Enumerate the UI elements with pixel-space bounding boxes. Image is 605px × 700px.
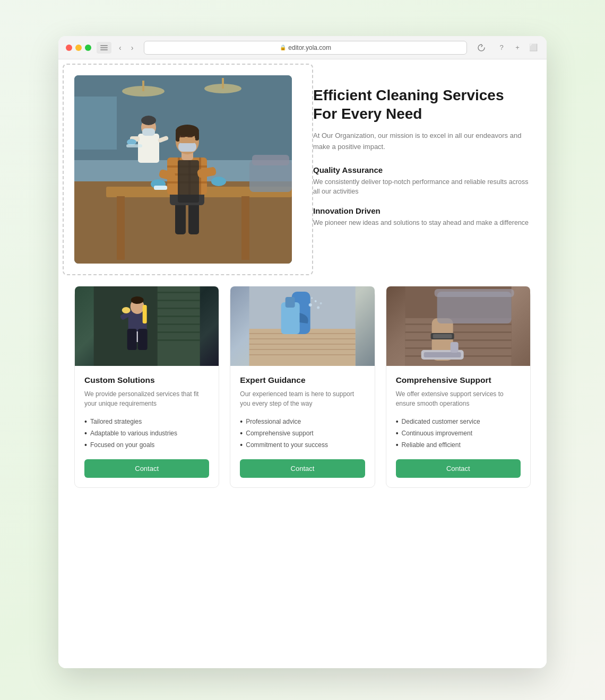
svg-point-78 [315, 300, 317, 302]
traffic-lights [66, 45, 91, 51]
card-title-3: Comprehensive Support [396, 375, 521, 385]
svg-rect-8 [241, 196, 249, 260]
card-list-3: Dedicated customer service Continuous im… [396, 416, 521, 451]
svg-rect-70 [249, 338, 356, 339]
back-button[interactable]: ‹ [117, 42, 124, 53]
svg-rect-37 [154, 186, 167, 190]
close-button[interactable] [66, 45, 72, 51]
svg-rect-46 [187, 136, 193, 137]
card-desc-1: We provide personalized services that fi… [84, 389, 209, 408]
feature-quality: Quality Assurance We consistently delive… [313, 165, 531, 197]
svg-rect-41 [176, 131, 180, 142]
svg-rect-32 [178, 160, 199, 203]
feature-quality-title: Quality Assurance [313, 165, 531, 174]
list-item: Commitment to your success [240, 439, 365, 451]
svg-point-79 [317, 307, 319, 309]
contact-button-3[interactable]: Contact [396, 459, 521, 478]
card-comprehensive-support: Comprehensive Support We offer extensive… [386, 290, 531, 488]
svg-rect-56 [158, 331, 200, 333]
browser-titlebar: ‹ › 🔒 editor.yola.com ? + ⬜ [58, 36, 547, 59]
card-expert-guidance: Expert Guidance Our experienced team is … [230, 290, 375, 488]
address-bar[interactable]: 🔒 editor.yola.com [144, 41, 467, 55]
svg-rect-86 [405, 339, 511, 341]
svg-rect-21 [126, 144, 142, 147]
list-item: Professional advice [240, 416, 365, 427]
svg-rect-23 [188, 203, 199, 234]
page-content: Efficient Cleaning Services For Every Ne… [58, 59, 547, 668]
svg-rect-68 [249, 329, 356, 366]
svg-point-36 [211, 177, 226, 186]
svg-point-81 [311, 298, 313, 299]
svg-rect-48 [252, 155, 289, 165]
svg-rect-94 [450, 342, 458, 353]
svg-rect-61 [138, 329, 148, 350]
svg-rect-43 [178, 142, 196, 152]
cards-section: Custom Solutions We provide personalized… [74, 290, 531, 488]
svg-rect-1 [100, 47, 108, 48]
feature-innovation-title: Innovation Driven [313, 206, 531, 215]
add-tab-icon[interactable]: + [512, 42, 523, 54]
lock-icon: 🔒 [280, 45, 286, 50]
svg-rect-45 [180, 136, 185, 137]
svg-point-77 [309, 303, 312, 307]
tab-icon [97, 42, 111, 54]
svg-rect-91 [433, 334, 452, 338]
card-title-1: Custom Solutions [84, 375, 209, 385]
svg-rect-2 [100, 49, 108, 50]
svg-rect-73 [249, 354, 356, 355]
svg-rect-85 [405, 331, 511, 333]
forward-button[interactable]: › [129, 42, 136, 53]
card-image-3 [386, 286, 530, 366]
card-body-1: Custom Solutions We provide personalized… [75, 366, 219, 487]
svg-rect-0 [100, 45, 108, 46]
svg-rect-93 [424, 352, 461, 357]
list-item: Adaptable to various industries [84, 427, 209, 439]
svg-rect-65 [143, 305, 147, 323]
hero-subtitle: At Our Organization, our mission is to e… [313, 130, 531, 153]
contact-button-1[interactable]: Contact [84, 459, 209, 478]
svg-rect-12 [222, 78, 224, 89]
svg-rect-71 [249, 344, 356, 345]
minimize-button[interactable] [75, 45, 82, 51]
svg-rect-42 [195, 131, 199, 141]
contact-button-2[interactable]: Contact [240, 459, 365, 478]
svg-rect-96 [434, 289, 514, 297]
svg-rect-57 [158, 339, 200, 341]
card-image-2 [230, 286, 374, 366]
maximize-button[interactable] [85, 45, 91, 51]
card-body-2: Expert Guidance Our experienced team is … [230, 366, 374, 487]
card-list-2: Professional advice Comprehensive suppor… [240, 416, 365, 451]
svg-rect-19 [142, 128, 155, 136]
hero-image-container [74, 75, 292, 264]
svg-rect-53 [158, 308, 200, 309]
svg-rect-13 [74, 97, 117, 150]
svg-point-66 [122, 307, 131, 313]
svg-point-80 [320, 302, 322, 304]
card-desc-3: We offer extensive support services to e… [396, 389, 521, 408]
card-body-3: Comprehensive Support We offer extensive… [386, 366, 530, 487]
list-item: Reliable and efficient [396, 439, 521, 451]
browser-actions: ? + ⬜ [496, 42, 539, 54]
svg-rect-52 [158, 300, 200, 301]
svg-rect-84 [405, 323, 511, 325]
card-desc-2: Our experienced team is here to support … [240, 389, 365, 408]
card-list-1: Tailored strategies Adaptable to various… [84, 416, 209, 451]
card-custom-solutions: Custom Solutions We provide personalized… [74, 290, 219, 488]
svg-rect-60 [127, 329, 137, 350]
refresh-icon[interactable] [476, 42, 487, 54]
list-item: Dedicated customer service [396, 416, 521, 427]
svg-point-18 [141, 116, 156, 125]
card-image-1 [75, 286, 219, 366]
extensions-icon[interactable]: ⬜ [528, 42, 539, 54]
svg-rect-54 [158, 316, 200, 317]
list-item: Comprehensive support [240, 427, 365, 439]
svg-rect-72 [249, 349, 356, 350]
hero-image [74, 75, 292, 264]
svg-rect-55 [158, 323, 200, 325]
browser-window: ‹ › 🔒 editor.yola.com ? + ⬜ [58, 36, 547, 668]
list-item: Continuous improvement [396, 427, 521, 439]
svg-rect-51 [158, 292, 200, 293]
card-title-2: Expert Guidance [240, 375, 365, 385]
list-item: Tailored strategies [84, 416, 209, 427]
help-icon[interactable]: ? [496, 42, 507, 54]
